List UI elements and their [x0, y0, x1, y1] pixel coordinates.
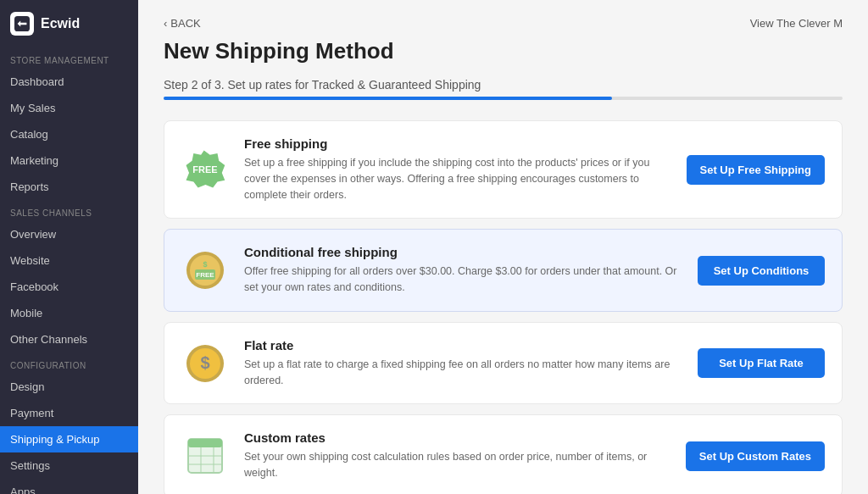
free-shipping-desc: Set up a free shipping if you include th…: [244, 155, 671, 203]
sidebar-item-catalog[interactable]: Catalog: [0, 121, 138, 147]
step-label: Step 2 of 3.: [164, 78, 225, 92]
conditional-shipping-card: $ FREE Conditional free shipping Offer f…: [164, 229, 843, 312]
free-shipping-icon: FREE: [181, 146, 229, 193]
sidebar-item-payment[interactable]: Payment: [0, 400, 138, 426]
view-clever-link[interactable]: View The Clever M: [750, 17, 843, 30]
main-content: ‹ BACK View The Clever M New Shipping Me…: [138, 0, 868, 494]
svg-text:FREE: FREE: [192, 164, 217, 175]
set-up-free-shipping-button[interactable]: Set Up Free Shipping: [687, 155, 825, 185]
flat-rate-content: Flat rate Set up a flat rate to charge a…: [244, 338, 682, 389]
conditional-shipping-title: Conditional free shipping: [244, 245, 682, 259]
logo-icon: [10, 12, 34, 36]
sidebar-item-mobile[interactable]: Mobile: [0, 300, 138, 326]
set-up-custom-rates-button[interactable]: Set Up Custom Rates: [686, 441, 825, 471]
sidebar-item-my-sales[interactable]: My Sales: [0, 95, 138, 121]
custom-rates-content: Custom rates Set your own shipping cost …: [244, 430, 670, 481]
sidebar-item-marketing[interactable]: Marketing: [0, 147, 138, 174]
sidebar-item-website[interactable]: Website: [0, 247, 138, 274]
step-text: Step 2 of 3. Set up rates for Tracked & …: [164, 78, 843, 92]
logo-text: Ecwid: [41, 16, 80, 31]
set-up-flat-rate-button[interactable]: Set Up Flat Rate: [698, 348, 825, 378]
flat-rate-title: Flat rate: [244, 338, 682, 352]
conditional-shipping-desc: Offer free shipping for all orders over …: [244, 264, 682, 296]
custom-rates-card: Custom rates Set your own shipping cost …: [164, 414, 843, 494]
free-shipping-card: FREE Free shipping Set up a free shippin…: [164, 120, 843, 219]
logo: Ecwid: [0, 0, 138, 47]
svg-text:$: $: [203, 260, 207, 269]
custom-rates-desc: Set your own shipping cost calculation r…: [244, 449, 670, 481]
svg-text:$: $: [200, 353, 209, 372]
conditional-shipping-icon: $ FREE: [181, 247, 229, 294]
flat-rate-card: $ Flat rate Set up a flat rate to charge…: [164, 322, 843, 405]
progress-bar-bg: [164, 97, 843, 100]
set-up-conditions-button[interactable]: Set Up Conditions: [698, 256, 825, 286]
back-link-left: ‹ BACK: [164, 17, 201, 30]
step-bar: Step 2 of 3. Set up rates for Tracked & …: [164, 78, 843, 100]
section-store-management: Store management: [0, 47, 138, 69]
custom-rates-title: Custom rates: [244, 430, 670, 445]
svg-text:FREE: FREE: [196, 271, 214, 279]
flat-rate-desc: Set up a flat rate to charge a fixed shi…: [244, 357, 682, 389]
sidebar-item-other-channels[interactable]: Other Channels: [0, 326, 138, 352]
sidebar-item-shipping[interactable]: Shipping & Pickup: [0, 426, 138, 452]
sidebar: Ecwid Store management Dashboard My Sale…: [0, 0, 138, 494]
sidebar-item-dashboard[interactable]: Dashboard: [0, 69, 138, 95]
sidebar-item-settings[interactable]: Settings: [0, 452, 138, 479]
custom-rates-icon: [181, 432, 229, 480]
sidebar-item-facebook[interactable]: Facebook: [0, 274, 138, 300]
section-configuration: Configuration: [0, 352, 138, 374]
back-chevron-icon: ‹: [164, 17, 167, 30]
conditional-shipping-content: Conditional free shipping Offer free shi…: [244, 245, 682, 296]
free-shipping-title: Free shipping: [244, 136, 671, 151]
step-desc: Set up rates for Tracked & Guaranteed Sh…: [228, 78, 481, 92]
flat-rate-icon: $: [181, 340, 229, 387]
back-link-button[interactable]: BACK: [170, 17, 200, 30]
sidebar-item-overview[interactable]: Overview: [0, 221, 138, 247]
svg-rect-12: [188, 439, 222, 447]
progress-bar-fill: [164, 97, 612, 100]
free-shipping-content: Free shipping Set up a free shipping if …: [244, 136, 671, 203]
sidebar-item-design[interactable]: Design: [0, 374, 138, 400]
sidebar-item-apps[interactable]: Apps: [0, 479, 138, 494]
page-title: New Shipping Method: [164, 38, 843, 64]
sidebar-item-reports[interactable]: Reports: [0, 174, 138, 200]
back-row: ‹ BACK View The Clever M: [164, 17, 843, 30]
section-sales-channels: Sales channels: [0, 200, 138, 221]
